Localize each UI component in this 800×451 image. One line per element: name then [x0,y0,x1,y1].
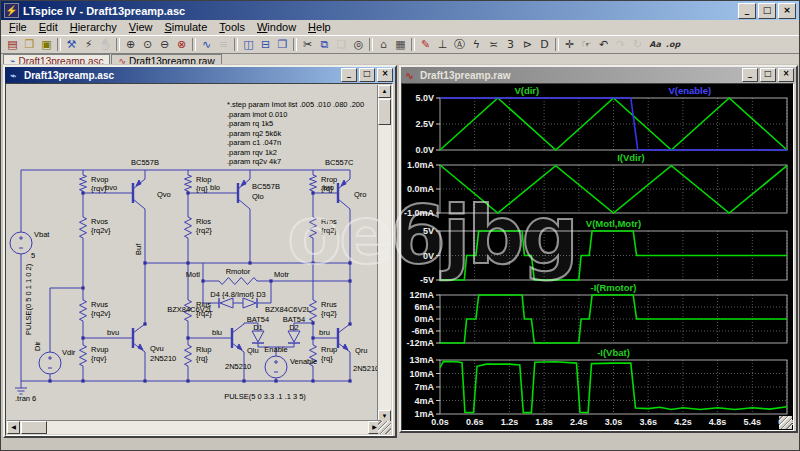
x-tick-label: 0.0s [431,417,449,427]
schematic-label: Qvo [157,190,171,199]
y-tick-label: 1.0mA [407,160,435,170]
waveform-titlebar[interactable]: ∿ Draft13preamp.raw _ □ × [401,67,796,83]
schematic-label: BC557C [325,158,354,167]
schematic-titlebar[interactable]: ⌁ Draft13preamp.asc _ □ × [5,67,395,83]
halt-icon: ✋ [97,37,114,52]
trace-name-label[interactable]: V(Motl,Motr) [586,218,641,229]
schematic-window-title: Draft13preamp.asc [24,70,114,81]
close-button[interactable]: × [778,3,796,19]
ground-icon[interactable]: ⊥ [434,37,451,52]
waveform-resize-grip[interactable] [779,416,792,429]
waveform-minimize-button[interactable]: _ [742,68,758,82]
schematic-label: 5 [31,251,35,260]
zoom-extents-icon[interactable]: ⊗ [173,37,190,52]
zoom-back-icon[interactable]: ⊙ [139,37,156,52]
waveform-canvas[interactable]: 5.0V2.5V0.0VV(dir)V(enable)1.0mA0.0mA-1.… [401,83,794,431]
y-tick-label: 4mA [414,396,434,406]
control-panel-icon[interactable]: ⚒ [63,37,80,52]
wire-icon[interactable]: ✎ [417,37,434,52]
cascade-icon[interactable]: ❐ [274,37,291,52]
vscroll-thumb[interactable] [378,99,391,125]
main-titlebar: ⚡ LTspice IV - Draft13preamp.asc _ □ × [1,1,799,20]
hscroll-thumb[interactable] [21,421,47,434]
menu-window[interactable]: Window [251,21,302,33]
trace-name-label[interactable]: V(dir) [514,85,539,96]
spice-netlist-icon: ≡ [215,37,232,52]
scroll-left-arrow[interactable]: ◀ [7,421,20,434]
open-icon[interactable]: ❒ [21,37,38,52]
directive-line: .param rqv 1k2 [227,148,277,157]
plot-settings-icon[interactable]: ∿ [198,37,215,52]
schematic-maximize-button[interactable]: □ [359,68,375,82]
component-icon[interactable]: D [536,37,553,52]
menu-tools[interactable]: Tools [213,21,251,33]
trace-name-label[interactable]: -I(Vbat) [597,347,630,358]
text-icon[interactable]: Aa [646,37,664,52]
schematic-label: D2 [289,323,299,332]
schematic-label: Rros [321,217,337,226]
tile-horizontal-icon[interactable]: ⊟ [257,37,274,52]
toolbar-separator [555,38,559,51]
spice-directive-icon[interactable]: .op [664,37,682,52]
directive-line: *.step param Imot list .005 .010 .080 .2… [227,100,364,109]
zoom-in-icon[interactable]: ⊕ [122,37,139,52]
y-tick-label: -12mA [406,338,434,348]
plot-background [402,84,793,430]
schematic-minimize-button[interactable]: _ [341,68,357,82]
schematic-vscrollbar[interactable]: ▲ ▼ [377,85,391,423]
schematic-label: bvu [107,328,119,337]
menu-hierarchy[interactable]: Hierarchy [64,21,123,33]
resistor-icon[interactable]: ϟ [468,37,485,52]
schematic-label: Rvup [91,345,109,354]
trace-name-label[interactable]: I(Vdir) [617,152,644,163]
schematic-label: {rq} [196,184,208,193]
menu-edit[interactable]: Edit [33,21,64,33]
y-tick-label: -6mA [411,326,434,336]
save-icon[interactable]: ▣ [38,37,55,52]
run-icon[interactable]: ⚡ [80,37,97,52]
trace-name-label[interactable]: V(enable) [668,85,711,96]
schematic-label: PULSE(5 0 3.3 .1 .1 3 5) [224,392,306,401]
menu-view[interactable]: View [123,21,159,33]
waveform-maximize-button[interactable]: □ [760,68,776,82]
menu-help[interactable]: Help [302,21,337,33]
waveform-close-button[interactable]: × [778,68,794,82]
schematic-doc-icon: ⌁ [7,69,20,82]
schematic-hscrollbar[interactable]: ◀ ▶ [7,420,381,434]
trace-name-label[interactable]: -I(Rmotor) [591,282,637,293]
schematic-label: blu [212,328,222,337]
schematic-label: BZX84C6V2L [265,305,311,314]
menu-file[interactable]: File [3,21,33,33]
maximize-button[interactable]: □ [758,3,776,19]
schematic-label: BC557B [131,158,159,167]
schematic-label: bru [319,328,330,337]
schematic-canvas[interactable]: Vbat5Rvop{rqv}bvoRvos{rq2v}BC557BQvoBufR… [5,83,393,436]
diode-icon[interactable]: ⊳ [519,37,536,52]
schematic-label: Qro [354,190,367,199]
minimize-button[interactable]: _ [738,3,756,19]
schematic-label: .tran 6 [15,394,36,403]
schematic-resize-grip[interactable] [378,421,391,434]
undo-icon[interactable]: ↶ [595,37,612,52]
scroll-up-arrow[interactable]: ▲ [378,85,391,98]
tile-vertical-icon[interactable]: ◫ [240,37,257,52]
junction-dot [348,322,351,325]
print-icon[interactable]: ▦ [392,37,409,52]
menu-simulate[interactable]: Simulate [158,21,213,33]
cut-icon[interactable]: ✂ [299,37,316,52]
drag-icon[interactable]: ☞ [578,37,595,52]
y-tick-label: 0.0mA [407,184,435,194]
move-icon[interactable]: ✛ [561,37,578,52]
copy-icon[interactable]: ⧉ [316,37,333,52]
find-icon[interactable]: ◎ [350,37,367,52]
zoom-out-icon[interactable]: ⊖ [156,37,173,52]
source-polarity [274,360,278,372]
net-label-icon[interactable]: Ⓐ [451,37,468,52]
schematic-label: bro [323,183,334,192]
diode-symbol [252,331,264,342]
print-preview-icon[interactable]: ⌂ [375,37,392,52]
capacitor-icon[interactable]: ≍ [485,37,502,52]
new-schematic-icon[interactable]: ▤ [4,37,21,52]
schematic-close-button[interactable]: × [377,68,393,82]
inductor-icon[interactable]: 3 [502,37,519,52]
